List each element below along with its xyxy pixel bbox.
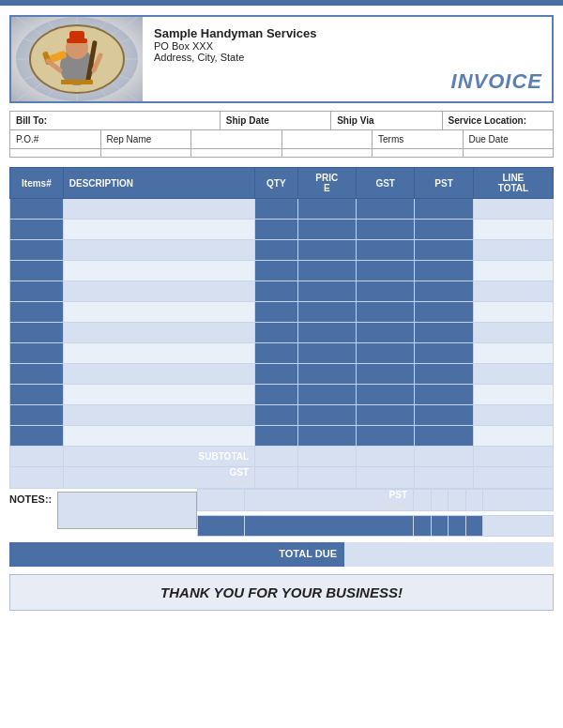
ship-via-label-cell: Ship Via — [331, 112, 442, 129]
notes-label: NOTES:: — [9, 492, 57, 505]
td-desc — [63, 240, 254, 261]
subtotal-blue3 — [297, 447, 356, 467]
table-row — [10, 323, 554, 343]
td-price — [297, 426, 356, 447]
td-total — [473, 323, 553, 343]
svg-rect-21 — [69, 31, 84, 40]
td-desc — [63, 302, 254, 323]
td-price — [297, 405, 356, 426]
company-info: Sample Handyman Services PO Box XXX Addr… — [143, 17, 449, 101]
bill-to-label: Bill To: — [16, 115, 47, 126]
pst-blue1 — [198, 490, 245, 511]
table-row — [10, 405, 554, 426]
td-total — [473, 302, 553, 323]
due-date-label: Due Date — [469, 134, 509, 144]
terms-value — [373, 149, 464, 157]
td-desc — [63, 343, 254, 364]
td-qty — [255, 281, 297, 302]
td-total — [473, 261, 553, 281]
th-pst: PST — [415, 168, 473, 199]
pst-label: PST 7.00% — [245, 490, 414, 511]
ev-blue3 — [414, 516, 432, 537]
td-price — [297, 364, 356, 385]
td-total — [473, 220, 553, 240]
th-price: PRICE — [297, 168, 356, 199]
td-qty — [255, 385, 297, 405]
td-pst — [415, 405, 473, 426]
td-qty — [255, 240, 297, 261]
table-row — [10, 240, 554, 261]
th-qty: QTY — [255, 168, 297, 199]
bill-to-section: Bill To: Ship Date Ship Via Service Loca… — [9, 111, 554, 158]
subtotal-blue4 — [356, 447, 414, 467]
table-row — [10, 220, 554, 240]
td-qty — [255, 323, 297, 343]
thank-you-text: THANK YOU FOR YOUR BUSINESS! — [160, 584, 403, 600]
td-total — [473, 426, 553, 447]
th-description: DESCRIPTION — [63, 168, 254, 199]
items-table: Items# DESCRIPTION QTY PRICE GST PST LIN… — [9, 167, 554, 489]
td-item — [10, 240, 64, 261]
notes-box[interactable] — [57, 492, 197, 529]
due-date-value — [464, 149, 554, 157]
td-pst — [415, 426, 473, 447]
td-gst — [356, 343, 414, 364]
invoice-label: INVOICE — [451, 69, 542, 94]
subtotal-blue5 — [415, 447, 473, 467]
items-section: Items# DESCRIPTION QTY PRICE GST PST LIN… — [9, 167, 554, 489]
td-pst — [415, 385, 473, 405]
pst-blue3 — [431, 490, 449, 511]
td-total — [473, 364, 553, 385]
extra-value-table — [197, 515, 554, 537]
gst-blue4 — [356, 467, 414, 489]
td-price — [297, 220, 356, 240]
total-due-label: TOTAL DUE — [204, 542, 344, 567]
td-gst — [356, 426, 414, 447]
table-row — [10, 199, 554, 220]
po-value — [10, 149, 101, 157]
subtotal-value — [473, 447, 553, 467]
td-pst — [415, 281, 473, 302]
rep-name-cell: Rep Name — [101, 130, 192, 148]
th-line-total: LINETOTAL — [473, 168, 553, 199]
td-qty — [255, 405, 297, 426]
pst-value — [483, 490, 554, 511]
td-item — [10, 385, 64, 405]
ev-blue2 — [245, 516, 414, 537]
td-qty — [255, 343, 297, 364]
subtotal-row: SUBTOTAL — [10, 447, 554, 467]
gst-row: GST 5.00% — [10, 467, 554, 489]
pst-blue4 — [449, 490, 466, 511]
td-gst — [356, 385, 414, 405]
td-gst — [356, 281, 414, 302]
table-row — [10, 385, 554, 405]
table-row — [10, 261, 554, 281]
svg-rect-27 — [61, 80, 93, 84]
td-qty — [255, 426, 297, 447]
gst-blue3 — [297, 467, 356, 489]
td-total — [473, 281, 553, 302]
td-price — [297, 385, 356, 405]
td-price — [297, 261, 356, 281]
td-total — [473, 240, 553, 261]
ship-date-value2 — [191, 149, 282, 157]
td-gst — [356, 199, 414, 220]
pst-table: PST 7.00% — [197, 489, 554, 511]
table-header-row: Items# DESCRIPTION QTY PRICE GST PST LIN… — [10, 168, 554, 199]
td-desc — [63, 281, 254, 302]
td-desc — [63, 199, 254, 220]
td-price — [297, 281, 356, 302]
total-due-blue-left — [9, 542, 204, 567]
terms-cell: Terms — [373, 130, 464, 148]
td-item — [10, 364, 64, 385]
td-gst — [356, 364, 414, 385]
td-desc — [63, 220, 254, 240]
table-row — [10, 281, 554, 302]
td-qty — [255, 220, 297, 240]
po-cell: P.O.# — [10, 130, 101, 148]
ev-blue4 — [431, 516, 449, 537]
td-qty — [255, 261, 297, 281]
td-pst — [415, 302, 473, 323]
total-due-value — [344, 542, 554, 567]
td-desc — [63, 261, 254, 281]
